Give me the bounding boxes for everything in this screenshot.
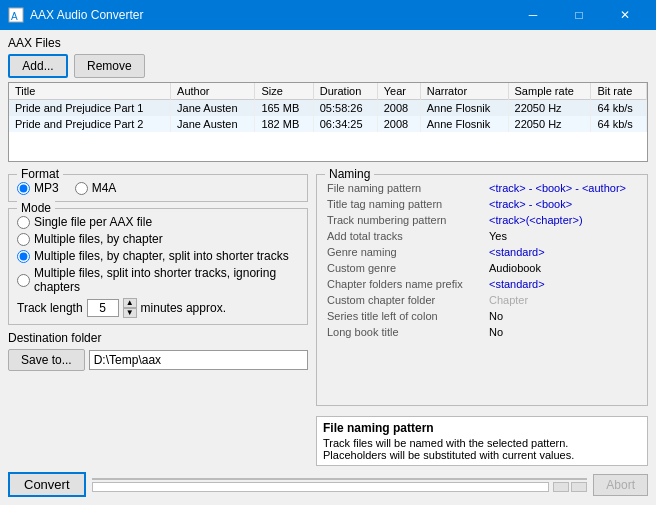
col-title: Title <box>9 83 171 100</box>
spinner-down[interactable]: ▼ <box>123 308 137 318</box>
col-size: Size <box>255 83 313 100</box>
table-cell: 22050 Hz <box>508 100 591 117</box>
naming-label: Naming <box>325 167 374 181</box>
sub-progress-row <box>92 482 588 492</box>
file-button-row: Add... Remove <box>8 54 648 78</box>
naming-row: Title tag naming pattern<track> - <book> <box>327 197 637 211</box>
naming-key: Track numbering pattern <box>327 213 487 227</box>
naming-key: Custom genre <box>327 261 487 275</box>
naming-value: No <box>489 325 637 339</box>
col-sample-rate: Sample rate <box>508 83 591 100</box>
naming-row: File naming pattern<track> - <book> - <a… <box>327 181 637 195</box>
file-table: Title Author Size Duration Year Narrator… <box>9 83 647 132</box>
table-cell: 06:34:25 <box>313 116 377 132</box>
track-length-input[interactable] <box>87 299 119 317</box>
track-length-label: Track length <box>17 301 83 315</box>
col-author: Author <box>171 83 255 100</box>
convert-button[interactable]: Convert <box>8 472 86 497</box>
table-cell: 05:58:26 <box>313 100 377 117</box>
title-bar: A AAX Audio Converter ─ □ ✕ <box>0 0 656 30</box>
app-icon: A <box>8 7 24 23</box>
table-cell: Jane Austen <box>171 116 255 132</box>
save-to-button[interactable]: Save to... <box>8 349 85 371</box>
close-button[interactable]: ✕ <box>602 0 648 30</box>
destination-section: Destination folder Save to... <box>8 331 308 371</box>
mode-radio-3[interactable] <box>17 250 30 263</box>
naming-row: Track numbering pattern<track>(<chapter>… <box>327 213 637 227</box>
naming-key: Custom chapter folder <box>327 293 487 307</box>
naming-key: Genre naming <box>327 245 487 259</box>
table-cell: Anne Flosnik <box>420 116 508 132</box>
naming-value: <standard> <box>489 245 637 259</box>
destination-label: Destination folder <box>8 331 308 345</box>
table-cell: 2008 <box>377 116 420 132</box>
remove-button[interactable]: Remove <box>74 54 145 78</box>
naming-row: Add total tracksYes <box>327 229 637 243</box>
track-length-suffix: minutes approx. <box>141 301 226 315</box>
file-table-container: Title Author Size Duration Year Narrator… <box>8 82 648 162</box>
table-cell: Pride and Prejudice Part 2 <box>9 116 171 132</box>
naming-row: Custom genreAudiobook <box>327 261 637 275</box>
format-radio-row: MP3 M4A <box>17 181 299 195</box>
two-column-layout: Format MP3 M4A Mode <box>8 174 648 466</box>
progress-section <box>92 478 588 492</box>
naming-row: Genre naming<standard> <box>327 245 637 259</box>
main-content: AAX Files Add... Remove Title Author Siz… <box>0 30 656 505</box>
format-mp3: MP3 <box>17 181 59 195</box>
mode-label-2: Multiple files, by chapter <box>34 232 163 246</box>
table-cell: 182 MB <box>255 116 313 132</box>
sub-progress-1 <box>92 482 550 492</box>
col-narrator: Narrator <box>420 83 508 100</box>
format-m4a: M4A <box>75 181 117 195</box>
naming-key: Series title left of colon <box>327 309 487 323</box>
naming-value: No <box>489 309 637 323</box>
spinner-buttons: ▲ ▼ <box>123 298 137 318</box>
naming-key: Long book title <box>327 325 487 339</box>
mode-option-2: Multiple files, by chapter <box>17 232 299 246</box>
table-row[interactable]: Pride and Prejudice Part 1Jane Austen165… <box>9 100 647 117</box>
mp3-radio[interactable] <box>17 182 30 195</box>
table-row[interactable]: Pride and Prejudice Part 2Jane Austen182… <box>9 116 647 132</box>
abort-button[interactable]: Abort <box>593 474 648 496</box>
naming-description-text: Track files will be named with the selec… <box>323 437 641 461</box>
mode-label-3: Multiple files, by chapter, split into s… <box>34 249 289 263</box>
table-cell: 165 MB <box>255 100 313 117</box>
naming-value: <standard> <box>489 277 637 291</box>
mode-radio-4[interactable] <box>17 274 30 287</box>
naming-value: <track>(<chapter>) <box>489 213 637 227</box>
mode-option-1: Single file per AAX file <box>17 215 299 229</box>
naming-key: Add total tracks <box>327 229 487 243</box>
maximize-button[interactable]: □ <box>556 0 602 30</box>
naming-table: File naming pattern<track> - <book> - <a… <box>325 179 639 341</box>
destination-input[interactable] <box>89 350 308 370</box>
mode-option-3: Multiple files, by chapter, split into s… <box>17 249 299 263</box>
mode-radio-1[interactable] <box>17 216 30 229</box>
mode-label-1: Single file per AAX file <box>34 215 152 229</box>
format-label: Format <box>17 167 63 181</box>
minimize-button[interactable]: ─ <box>510 0 556 30</box>
table-header-row: Title Author Size Duration Year Narrator… <box>9 83 647 100</box>
window-title: AAX Audio Converter <box>30 8 510 22</box>
mode-label-4: Multiple files, split into shorter track… <box>34 266 299 294</box>
mode-radio-2[interactable] <box>17 233 30 246</box>
naming-value: <track> - <book> <box>489 197 637 211</box>
naming-row: Chapter folders name prefix<standard> <box>327 277 637 291</box>
table-cell: Anne Flosnik <box>420 100 508 117</box>
file-table-body: Pride and Prejudice Part 1Jane Austen165… <box>9 100 647 133</box>
progress-btn-2 <box>571 482 587 492</box>
aax-files-section: AAX Files Add... Remove Title Author Siz… <box>8 36 648 170</box>
naming-key: Chapter folders name prefix <box>327 277 487 291</box>
add-button[interactable]: Add... <box>8 54 68 78</box>
naming-row: Long book titleNo <box>327 325 637 339</box>
main-progress-bar <box>92 478 588 480</box>
mode-label: Mode <box>17 201 55 215</box>
aax-files-label: AAX Files <box>8 36 648 50</box>
naming-description-box: File naming pattern Track files will be … <box>316 416 648 466</box>
m4a-radio[interactable] <box>75 182 88 195</box>
naming-row: Custom chapter folderChapter <box>327 293 637 307</box>
naming-value: Audiobook <box>489 261 637 275</box>
naming-value: Yes <box>489 229 637 243</box>
naming-group: Naming File naming pattern<track> - <boo… <box>316 174 648 406</box>
mp3-label: MP3 <box>34 181 59 195</box>
spinner-up[interactable]: ▲ <box>123 298 137 308</box>
